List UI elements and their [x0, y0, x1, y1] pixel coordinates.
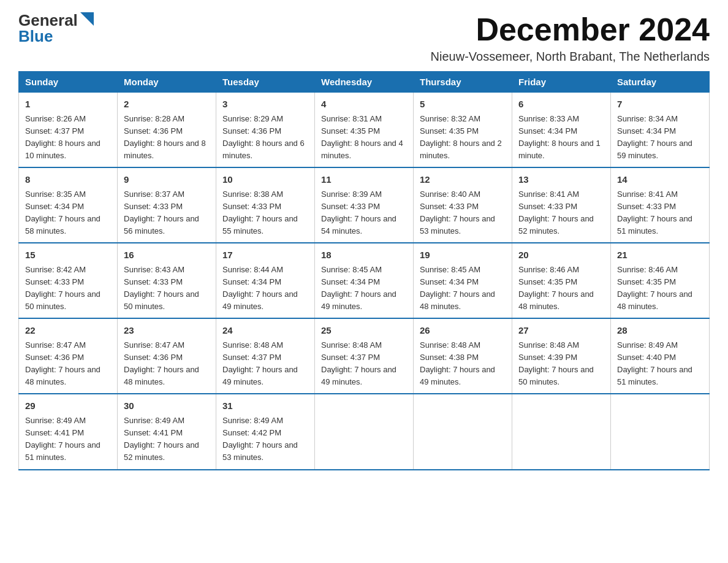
- calendar-cell: 18 Sunrise: 8:45 AMSunset: 4:34 PMDaylig…: [315, 243, 414, 318]
- col-monday: Monday: [118, 72, 216, 93]
- calendar-cell: 22 Sunrise: 8:47 AMSunset: 4:36 PMDaylig…: [19, 318, 118, 394]
- day-number: 13: [518, 173, 604, 187]
- day-number: 23: [124, 324, 210, 338]
- day-number: 29: [25, 399, 111, 413]
- calendar-cell: 9 Sunrise: 8:37 AMSunset: 4:33 PMDayligh…: [118, 167, 216, 243]
- day-number: 17: [222, 248, 308, 262]
- day-info: Sunrise: 8:49 AMSunset: 4:41 PMDaylight:…: [124, 416, 199, 462]
- day-info: Sunrise: 8:37 AMSunset: 4:33 PMDaylight:…: [124, 190, 199, 236]
- calendar-cell: 30 Sunrise: 8:49 AMSunset: 4:41 PMDaylig…: [118, 394, 216, 469]
- day-info: Sunrise: 8:49 AMSunset: 4:41 PMDaylight:…: [25, 416, 100, 462]
- day-number: 16: [124, 248, 210, 262]
- day-number: 31: [222, 399, 308, 413]
- day-info: Sunrise: 8:31 AMSunset: 4:35 PMDaylight:…: [321, 114, 403, 160]
- calendar-header: Sunday Monday Tuesday Wednesday Thursday…: [19, 72, 710, 93]
- calendar-cell: 6 Sunrise: 8:33 AMSunset: 4:34 PMDayligh…: [512, 93, 611, 168]
- day-info: Sunrise: 8:48 AMSunset: 4:38 PMDaylight:…: [420, 340, 495, 386]
- title-block: December 2024 Nieuw-Vossemeer, North Bra…: [431, 12, 710, 64]
- col-sunday: Sunday: [19, 72, 118, 93]
- day-info: Sunrise: 8:28 AMSunset: 4:36 PMDaylight:…: [124, 114, 206, 160]
- calendar-cell: 7 Sunrise: 8:34 AMSunset: 4:34 PMDayligh…: [611, 93, 710, 168]
- calendar-cell: 14 Sunrise: 8:41 AMSunset: 4:33 PMDaylig…: [611, 167, 710, 243]
- day-info: Sunrise: 8:41 AMSunset: 4:33 PMDaylight:…: [617, 190, 692, 236]
- day-number: 7: [617, 98, 703, 112]
- col-friday: Friday: [512, 72, 611, 93]
- calendar-cell: 1 Sunrise: 8:26 AMSunset: 4:37 PMDayligh…: [19, 93, 118, 168]
- day-info: Sunrise: 8:43 AMSunset: 4:33 PMDaylight:…: [124, 265, 199, 311]
- calendar-week-row: 8 Sunrise: 8:35 AMSunset: 4:34 PMDayligh…: [19, 167, 710, 243]
- day-number: 14: [617, 173, 703, 187]
- day-info: Sunrise: 8:46 AMSunset: 4:35 PMDaylight:…: [518, 265, 594, 311]
- calendar-cell: 3 Sunrise: 8:29 AMSunset: 4:36 PMDayligh…: [216, 93, 315, 168]
- calendar-cell: 16 Sunrise: 8:43 AMSunset: 4:33 PMDaylig…: [118, 243, 216, 318]
- day-number: 30: [124, 399, 210, 413]
- day-number: 4: [321, 98, 407, 112]
- calendar-cell: 13 Sunrise: 8:41 AMSunset: 4:33 PMDaylig…: [512, 167, 611, 243]
- logo-general-text: General: [18, 12, 78, 28]
- calendar-cell: 26 Sunrise: 8:48 AMSunset: 4:38 PMDaylig…: [414, 318, 512, 394]
- header-row: Sunday Monday Tuesday Wednesday Thursday…: [19, 72, 710, 93]
- day-number: 1: [25, 98, 111, 112]
- calendar-week-row: 1 Sunrise: 8:26 AMSunset: 4:37 PMDayligh…: [19, 93, 710, 168]
- day-number: 5: [420, 98, 506, 112]
- col-thursday: Thursday: [414, 72, 512, 93]
- day-info: Sunrise: 8:29 AMSunset: 4:36 PMDaylight:…: [222, 114, 305, 160]
- svg-marker-0: [80, 12, 94, 26]
- day-number: 24: [222, 324, 308, 338]
- day-info: Sunrise: 8:41 AMSunset: 4:33 PMDaylight:…: [518, 190, 594, 236]
- day-info: Sunrise: 8:49 AMSunset: 4:40 PMDaylight:…: [617, 340, 692, 386]
- col-saturday: Saturday: [611, 72, 710, 93]
- calendar-cell: 24 Sunrise: 8:48 AMSunset: 4:37 PMDaylig…: [216, 318, 315, 394]
- day-number: 20: [518, 248, 604, 262]
- day-number: 8: [25, 173, 111, 187]
- day-number: 26: [420, 324, 506, 338]
- calendar-cell: 8 Sunrise: 8:35 AMSunset: 4:34 PMDayligh…: [19, 167, 118, 243]
- calendar-week-row: 15 Sunrise: 8:42 AMSunset: 4:33 PMDaylig…: [19, 243, 710, 318]
- day-info: Sunrise: 8:48 AMSunset: 4:39 PMDaylight:…: [518, 340, 594, 386]
- calendar-cell: 23 Sunrise: 8:47 AMSunset: 4:36 PMDaylig…: [118, 318, 216, 394]
- calendar-cell: [414, 394, 512, 469]
- calendar-cell: 19 Sunrise: 8:45 AMSunset: 4:34 PMDaylig…: [414, 243, 512, 318]
- calendar-cell: 15 Sunrise: 8:42 AMSunset: 4:33 PMDaylig…: [19, 243, 118, 318]
- day-number: 11: [321, 173, 407, 187]
- day-number: 6: [518, 98, 604, 112]
- day-info: Sunrise: 8:48 AMSunset: 4:37 PMDaylight:…: [321, 340, 396, 386]
- day-number: 9: [124, 173, 210, 187]
- calendar-cell: [315, 394, 414, 469]
- day-info: Sunrise: 8:38 AMSunset: 4:33 PMDaylight:…: [222, 190, 298, 236]
- calendar-cell: 31 Sunrise: 8:49 AMSunset: 4:42 PMDaylig…: [216, 394, 315, 469]
- calendar-cell: 27 Sunrise: 8:48 AMSunset: 4:39 PMDaylig…: [512, 318, 611, 394]
- day-info: Sunrise: 8:46 AMSunset: 4:35 PMDaylight:…: [617, 265, 692, 311]
- day-number: 10: [222, 173, 308, 187]
- logo: General Blue: [18, 12, 94, 44]
- calendar-cell: 20 Sunrise: 8:46 AMSunset: 4:35 PMDaylig…: [512, 243, 611, 318]
- day-info: Sunrise: 8:26 AMSunset: 4:37 PMDaylight:…: [25, 114, 100, 160]
- day-number: 25: [321, 324, 407, 338]
- day-info: Sunrise: 8:40 AMSunset: 4:33 PMDaylight:…: [420, 190, 495, 236]
- calendar-cell: 28 Sunrise: 8:49 AMSunset: 4:40 PMDaylig…: [611, 318, 710, 394]
- day-info: Sunrise: 8:35 AMSunset: 4:34 PMDaylight:…: [25, 190, 100, 236]
- calendar-cell: [512, 394, 611, 469]
- day-info: Sunrise: 8:39 AMSunset: 4:33 PMDaylight:…: [321, 190, 396, 236]
- day-info: Sunrise: 8:49 AMSunset: 4:42 PMDaylight:…: [222, 416, 298, 462]
- calendar-cell: 25 Sunrise: 8:48 AMSunset: 4:37 PMDaylig…: [315, 318, 414, 394]
- day-number: 2: [124, 98, 210, 112]
- day-info: Sunrise: 8:47 AMSunset: 4:36 PMDaylight:…: [25, 340, 100, 386]
- calendar-cell: 2 Sunrise: 8:28 AMSunset: 4:36 PMDayligh…: [118, 93, 216, 168]
- calendar-cell: 10 Sunrise: 8:38 AMSunset: 4:33 PMDaylig…: [216, 167, 315, 243]
- day-number: 28: [617, 324, 703, 338]
- calendar-cell: 12 Sunrise: 8:40 AMSunset: 4:33 PMDaylig…: [414, 167, 512, 243]
- month-title: December 2024: [431, 12, 710, 47]
- day-info: Sunrise: 8:34 AMSunset: 4:34 PMDaylight:…: [617, 114, 692, 160]
- calendar-week-row: 29 Sunrise: 8:49 AMSunset: 4:41 PMDaylig…: [19, 394, 710, 469]
- col-wednesday: Wednesday: [315, 72, 414, 93]
- calendar-cell: 29 Sunrise: 8:49 AMSunset: 4:41 PMDaylig…: [19, 394, 118, 469]
- calendar-week-row: 22 Sunrise: 8:47 AMSunset: 4:36 PMDaylig…: [19, 318, 710, 394]
- day-number: 22: [25, 324, 111, 338]
- day-number: 27: [518, 324, 604, 338]
- location-subtitle: Nieuw-Vossemeer, North Brabant, The Neth…: [431, 50, 710, 64]
- logo-blue-text: Blue: [18, 28, 53, 44]
- day-info: Sunrise: 8:45 AMSunset: 4:34 PMDaylight:…: [321, 265, 396, 311]
- calendar-table: Sunday Monday Tuesday Wednesday Thursday…: [18, 71, 710, 470]
- day-info: Sunrise: 8:33 AMSunset: 4:34 PMDaylight:…: [518, 114, 601, 160]
